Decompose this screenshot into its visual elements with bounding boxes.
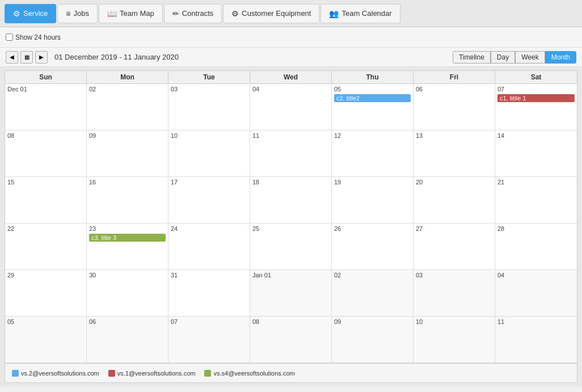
calendar-cell[interactable]: 08 <box>5 130 87 177</box>
calendar-cell[interactable]: 13 <box>414 130 495 177</box>
day-mon: Mon <box>87 71 168 83</box>
calendar-cell[interactable]: 14 <box>495 130 577 177</box>
calendar-grid-wrap: Sun Mon Tue Wed Thu Fri Sat Dec 01020304… <box>5 70 577 383</box>
calendar-cell[interactable]: 11 <box>250 130 332 177</box>
calendar-cell[interactable]: 25 <box>250 224 332 270</box>
show-24-label[interactable]: Show 24 hours <box>6 33 61 41</box>
cell-date: 17 <box>171 178 247 187</box>
calendar-cell[interactable]: 05 <box>5 317 87 363</box>
calendar-cell[interactable]: 28 <box>495 224 577 270</box>
calendar-cell[interactable]: 24 <box>168 224 250 270</box>
calendar-cell[interactable]: 03 <box>414 270 495 317</box>
cell-date: 05 <box>334 85 411 94</box>
tab-team-map[interactable]: 📖 Team Map <box>99 4 163 23</box>
grid-button[interactable]: ▦ <box>20 51 33 64</box>
view-month-button[interactable]: Month <box>545 51 576 64</box>
calendar-cell[interactable]: 02 <box>332 270 414 317</box>
calendar-cell[interactable]: Jan 01 <box>250 270 332 317</box>
view-day-button[interactable]: Day <box>491 51 515 64</box>
cell-date: 27 <box>416 225 492 234</box>
calendar-cell[interactable]: 05c2, title2 <box>332 84 414 130</box>
calendar-cell[interactable]: 17 <box>168 177 250 224</box>
calendar-cell[interactable]: 03 <box>168 84 250 130</box>
calendar-cell[interactable]: 16 <box>87 177 168 224</box>
calendar-cell[interactable]: 06 <box>414 84 495 130</box>
calendar-days-header: Sun Mon Tue Wed Thu Fri Sat <box>5 71 577 84</box>
cell-date: 28 <box>497 225 575 234</box>
calendar-event[interactable]: c2, title2 <box>334 94 411 102</box>
calendar-cell[interactable]: 29 <box>5 270 87 317</box>
cell-date: 16 <box>89 178 166 187</box>
calendar-cell[interactable]: 18 <box>250 177 332 224</box>
legend-vs2-color <box>12 370 19 377</box>
tab-team-calendar-label: Team Calendar <box>341 9 391 18</box>
cell-date: 25 <box>252 225 329 234</box>
cell-date: 12 <box>334 132 411 141</box>
cell-date: 07 <box>171 318 247 327</box>
calendar-cell[interactable]: 10 <box>414 317 495 363</box>
cell-date: 31 <box>171 271 247 280</box>
cell-date: 09 <box>89 132 166 141</box>
calendar-cell[interactable]: 10 <box>168 130 250 177</box>
calendar-cell[interactable]: 12 <box>332 130 414 177</box>
calendar-cell[interactable]: 02 <box>87 84 168 130</box>
cell-date: 02 <box>334 271 411 280</box>
calendar-navigation: ◀ ▦ ▶ 01 December 2019 - 11 January 2020 <box>6 51 179 64</box>
calendar-cell[interactable]: 09 <box>87 130 168 177</box>
prev-button[interactable]: ◀ <box>6 51 18 64</box>
calendar-cell[interactable]: 26 <box>332 224 414 270</box>
tab-team-calendar[interactable]: 👥 Team Calendar <box>320 4 400 23</box>
calendar-cell[interactable]: 15 <box>5 177 87 224</box>
calendar-grid: Dec 0102030405c2, title20607c1, titile 1… <box>5 84 577 363</box>
legend-vs2-label: vs.2@veersoftsolutions.com <box>21 370 99 377</box>
calendar-cell[interactable]: 20 <box>414 177 495 224</box>
cell-date: 06 <box>89 318 166 327</box>
cell-date: 11 <box>497 318 575 327</box>
calendar-cell[interactable]: 21 <box>495 177 577 224</box>
customer-equipment-icon: ⚙ <box>231 9 239 18</box>
legend-vs4-label: vs.s4@veersoftsolutions.com <box>213 370 294 377</box>
cell-date: 05 <box>7 318 84 327</box>
cell-date: 18 <box>252 178 329 187</box>
team-map-icon: 📖 <box>107 9 117 18</box>
calendar-cell[interactable]: 09 <box>332 317 414 363</box>
calendar-cell[interactable]: 04 <box>495 270 577 317</box>
calendar-event[interactable]: c3, title 3 <box>89 234 166 242</box>
cell-date: 22 <box>7 225 84 234</box>
tab-contracts[interactable]: ✏ Contracts <box>164 4 222 23</box>
calendar-container: Sun Mon Tue Wed Thu Fri Sat Dec 01020304… <box>0 67 582 386</box>
tab-service[interactable]: ⚙ Service <box>5 4 56 23</box>
calendar-header: ◀ ▦ ▶ 01 December 2019 - 11 January 2020… <box>0 48 582 67</box>
calendar-cell[interactable]: 04 <box>250 84 332 130</box>
cell-date: 02 <box>89 85 166 94</box>
calendar-cell[interactable]: 22 <box>5 224 87 270</box>
calendar-cell[interactable]: 31 <box>168 270 250 317</box>
view-timeline-button[interactable]: Timeline <box>453 51 491 64</box>
tab-jobs[interactable]: ≡ Jobs <box>57 4 98 23</box>
calendar-cell[interactable]: Dec 01 <box>5 84 87 130</box>
calendar-cell[interactable]: 27 <box>414 224 495 270</box>
calendar-cell[interactable]: 30 <box>87 270 168 317</box>
cell-date: 30 <box>89 271 166 280</box>
show-24-text: Show 24 hours <box>15 33 61 41</box>
calendar-cell[interactable]: 07 <box>168 317 250 363</box>
cell-date: Jan 01 <box>252 271 329 280</box>
tab-customer-equipment[interactable]: ⚙ Customer Equipment <box>223 4 319 23</box>
calendar-cell[interactable]: 06 <box>87 317 168 363</box>
view-buttons: Timeline Day Week Month <box>453 51 576 64</box>
cell-date: 10 <box>171 132 247 141</box>
show-24-checkbox[interactable] <box>6 33 13 41</box>
calendar-cell[interactable]: 23c3, title 3 <box>87 224 168 270</box>
calendar-cell[interactable]: 19 <box>332 177 414 224</box>
calendar-event[interactable]: c1, titile 1 <box>497 94 575 102</box>
next-button[interactable]: ▶ <box>35 51 48 64</box>
team-calendar-icon: 👥 <box>329 9 339 18</box>
tab-jobs-label: Jobs <box>74 9 89 18</box>
calendar-cell[interactable]: 08 <box>250 317 332 363</box>
cell-date: 13 <box>416 132 492 141</box>
calendar-cell[interactable]: 11 <box>495 317 577 363</box>
day-tue: Tue <box>168 71 250 83</box>
cell-date: 04 <box>497 271 575 280</box>
view-week-button[interactable]: Week <box>515 51 545 64</box>
calendar-cell[interactable]: 07c1, titile 1 <box>495 84 577 130</box>
